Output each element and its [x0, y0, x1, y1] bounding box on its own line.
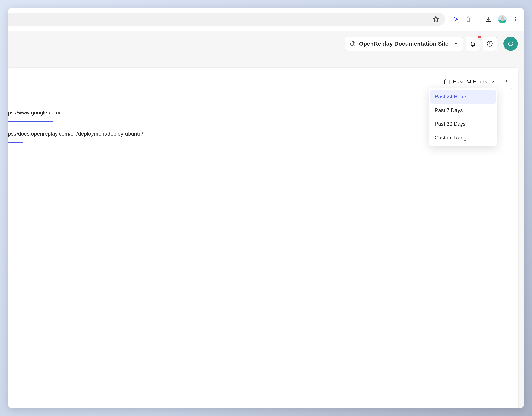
download-icon[interactable] [485, 16, 492, 23]
alert-icon [487, 41, 493, 47]
panel: Past 24 Hours Past 24 Hours Past 7 Days … [8, 67, 519, 408]
chevron-down-icon [490, 79, 495, 84]
extension-icon[interactable] [465, 16, 472, 23]
dropdown-option-24h[interactable]: Past 24 Hours [430, 90, 496, 104]
svg-point-3 [515, 19, 516, 20]
content-area: Past 24 Hours Past 24 Hours Past 7 Days … [8, 67, 524, 408]
calendar-icon [444, 79, 450, 85]
bar-fill [8, 121, 53, 122]
omnibox[interactable] [8, 13, 445, 26]
date-range-trigger[interactable]: Past 24 Hours [443, 77, 496, 86]
notifications-button[interactable] [466, 37, 480, 51]
bell-icon [470, 41, 476, 47]
avatar-initial: G [508, 40, 513, 47]
svg-rect-10 [445, 80, 449, 84]
dropdown-option-custom[interactable]: Custom Range [429, 131, 497, 145]
kebab-icon [504, 79, 509, 85]
project-switcher[interactable]: OpenReplay Documentation Site [345, 37, 463, 51]
bar-fill [8, 142, 23, 143]
date-range-dropdown: Past 24 Hours Past 7 Days Past 30 Days C… [429, 88, 497, 146]
svg-point-14 [506, 80, 507, 81]
notification-dot [478, 36, 481, 38]
svg-marker-1 [454, 17, 458, 21]
browser-actions [447, 15, 521, 23]
svg-marker-0 [433, 16, 439, 22]
dropdown-option-7d[interactable]: Past 7 Days [429, 104, 497, 117]
browser-chrome [8, 8, 524, 31]
svg-marker-6 [455, 43, 457, 45]
divider [478, 16, 478, 23]
dropdown-option-30d[interactable]: Past 30 Days [429, 117, 497, 131]
svg-point-15 [506, 81, 507, 82]
alert-button[interactable] [483, 37, 497, 51]
project-name: OpenReplay Documentation Site [359, 40, 449, 47]
date-range-label: Past 24 Hours [453, 79, 487, 85]
caret-down-icon [453, 41, 458, 46]
svg-point-9 [489, 45, 490, 45]
svg-point-4 [515, 20, 516, 21]
url-text: ps://www.google.com/ [8, 110, 60, 115]
panel-menu-button[interactable] [501, 75, 513, 89]
browser-window: OpenReplay Documentation Site G [8, 8, 524, 408]
url-text: ps://docs.openreplay.com/en/deployment/d… [8, 131, 143, 137]
svg-point-2 [515, 17, 516, 18]
star-icon[interactable] [432, 16, 439, 23]
app-header: OpenReplay Documentation Site G [8, 31, 524, 67]
kebab-icon[interactable] [513, 17, 519, 22]
user-avatar[interactable]: G [503, 37, 518, 51]
browser-profile-avatar[interactable] [498, 15, 507, 23]
svg-point-16 [506, 83, 507, 83]
globe-icon [350, 41, 356, 47]
play-icon[interactable] [452, 16, 459, 22]
